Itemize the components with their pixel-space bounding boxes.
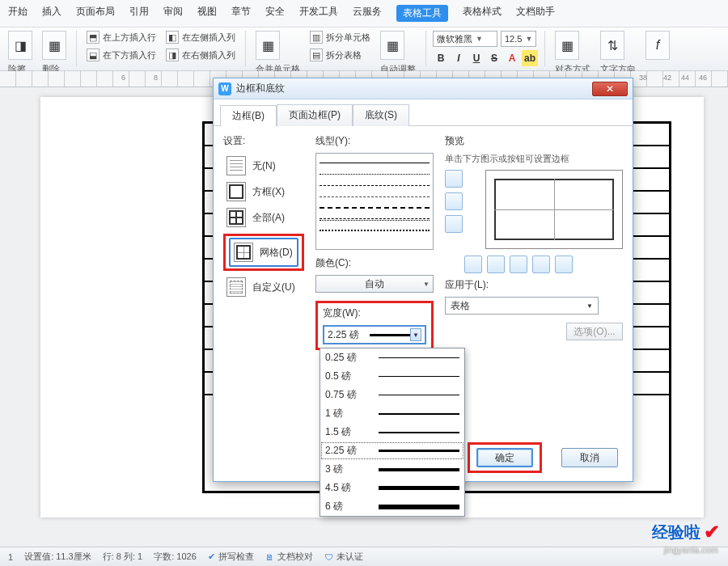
- apply-to-combo[interactable]: 表格▼: [445, 297, 599, 315]
- setting-box[interactable]: 方框(X): [223, 179, 304, 205]
- close-button[interactable]: ✕: [592, 82, 628, 96]
- status-wordcount: 字数: 1026: [154, 551, 197, 563]
- preview-label: 预览: [445, 134, 623, 148]
- menu-doc-assist[interactable]: 文档助手: [516, 5, 555, 22]
- formula-icon[interactable]: f: [645, 31, 670, 60]
- edge-top-button[interactable]: [445, 170, 463, 188]
- edge-diag1-button[interactable]: [464, 256, 482, 273]
- edge-left-button[interactable]: [487, 256, 505, 273]
- split-cell-icon: ▥: [310, 31, 323, 44]
- width-preview-line: [370, 334, 410, 336]
- setting-none[interactable]: 无(N): [223, 153, 304, 179]
- split-table-icon: ▤: [310, 49, 323, 61]
- all-icon: [226, 208, 246, 227]
- status-spellcheck[interactable]: ✔拼写检查: [208, 551, 254, 563]
- edge-diag2-button[interactable]: [555, 256, 573, 273]
- font-size-combo[interactable]: 12.5▼: [501, 31, 536, 47]
- edge-bottom-button[interactable]: [445, 215, 463, 233]
- eraser-icon[interactable]: ◨: [8, 31, 32, 60]
- shield-icon: 🛡: [324, 552, 333, 562]
- width-option[interactable]: 0.5 磅: [320, 367, 464, 386]
- border-preview[interactable]: [485, 170, 623, 249]
- line-style-list[interactable]: [315, 153, 434, 250]
- menu-reference[interactable]: 引用: [129, 5, 149, 22]
- insert-row-above[interactable]: ⬒在上方插入行: [87, 31, 156, 44]
- dialog-titlebar[interactable]: W 边框和底纹 ✕: [214, 78, 633, 99]
- text-direction-icon[interactable]: ⇅: [600, 31, 624, 60]
- edge-vinner-button[interactable]: [510, 256, 527, 273]
- row-above-icon: ⬒: [87, 31, 99, 44]
- width-option[interactable]: 1 磅: [320, 404, 464, 423]
- align-icon[interactable]: ▦: [555, 31, 579, 60]
- status-rowcol: 行: 8 列: 1: [103, 551, 143, 563]
- col-left-icon: ◧: [166, 31, 179, 44]
- width-option[interactable]: 4.5 磅: [320, 479, 464, 497]
- menu-review[interactable]: 审阅: [163, 5, 183, 22]
- none-icon: [226, 156, 246, 175]
- ok-button[interactable]: 确定: [476, 448, 533, 467]
- autofit-icon[interactable]: ▦: [380, 31, 404, 60]
- font-name-combo[interactable]: 微软雅黑▼: [433, 31, 497, 47]
- doc-icon: 🗎: [265, 552, 274, 562]
- width-option[interactable]: 0.25 磅: [320, 348, 464, 367]
- strike-button[interactable]: S: [486, 50, 502, 66]
- menu-start[interactable]: 开始: [8, 5, 28, 22]
- menu-table-style[interactable]: 表格样式: [463, 5, 502, 22]
- italic-button[interactable]: I: [451, 50, 467, 66]
- width-option[interactable]: 6 磅: [320, 497, 464, 516]
- setting-custom[interactable]: 自定义(U): [223, 274, 304, 300]
- merge-cells-icon[interactable]: ▦: [256, 31, 280, 60]
- delete-icon[interactable]: ▦: [42, 31, 66, 60]
- width-dropdown-list[interactable]: 0.25 磅 0.5 磅 0.75 磅 1 磅 1.5 磅 2.25 磅 3 磅…: [320, 348, 465, 517]
- tab-page-border[interactable]: 页面边框(P): [277, 104, 353, 126]
- setting-grid[interactable]: 网格(D): [229, 238, 298, 267]
- check-icon: ✔: [704, 521, 720, 543]
- width-option-selected[interactable]: 2.25 磅: [320, 441, 464, 460]
- width-option[interactable]: 1.5 磅: [320, 423, 464, 441]
- status-bar: 1 设置值: 11.3厘米 行: 8 列: 1 字数: 1026 ✔拼写检查 🗎…: [0, 547, 728, 566]
- underline-button[interactable]: U: [468, 50, 485, 66]
- menu-insert[interactable]: 插入: [42, 5, 61, 22]
- width-option[interactable]: 0.75 磅: [320, 386, 464, 404]
- menu-section[interactable]: 章节: [231, 5, 251, 22]
- color-label: 颜色(C):: [315, 256, 434, 270]
- split-table[interactable]: ▤拆分表格: [310, 49, 370, 61]
- status-proof[interactable]: 🗎文档校对: [265, 551, 313, 563]
- color-combo[interactable]: 自动▼: [315, 275, 434, 293]
- chevron-down-icon: ▼: [410, 328, 421, 341]
- dialog-title: 边框和底纹: [236, 82, 587, 95]
- font-color-button[interactable]: A: [504, 50, 520, 66]
- setting-all[interactable]: 全部(A): [223, 205, 304, 230]
- insert-col-left[interactable]: ◧在左侧插入列: [166, 31, 235, 44]
- grid-icon: [234, 243, 253, 262]
- setting-label: 设置:: [223, 134, 304, 148]
- watermark: 经验啦✔: [652, 521, 720, 543]
- menu-cloud[interactable]: 云服务: [353, 5, 382, 22]
- tab-border[interactable]: 边框(B): [220, 105, 277, 127]
- menu-view[interactable]: 视图: [197, 5, 217, 22]
- preview-hint: 单击下方图示或按钮可设置边框: [445, 153, 623, 165]
- style-label: 线型(Y):: [315, 134, 434, 148]
- insert-row-below[interactable]: ⬓在下方插入行: [87, 49, 156, 61]
- width-combo[interactable]: 2.25 磅 ▼: [323, 325, 426, 344]
- col-right-icon: ◨: [166, 49, 179, 61]
- tab-shading[interactable]: 底纹(S): [353, 104, 409, 126]
- menu-devtools[interactable]: 开发工具: [299, 5, 338, 22]
- menu-table-tools[interactable]: 表格工具: [396, 5, 448, 22]
- cancel-button[interactable]: 取消: [561, 448, 618, 467]
- menubar: 开始 插入 页面布局 引用 审阅 视图 章节 安全 开发工具 云服务 表格工具 …: [0, 0, 728, 27]
- edge-right-button[interactable]: [532, 256, 550, 273]
- status-setval: 设置值: 11.3厘米: [24, 551, 91, 563]
- menu-pagelayout[interactable]: 页面布局: [76, 5, 115, 22]
- watermark-url: jingyanla.com: [664, 545, 718, 555]
- edge-hinner-button[interactable]: [445, 192, 463, 210]
- split-cell[interactable]: ▥拆分单元格: [310, 31, 370, 44]
- bold-button[interactable]: B: [433, 50, 449, 66]
- menu-security[interactable]: 安全: [265, 5, 285, 22]
- insert-col-right[interactable]: ◨在右侧插入列: [166, 49, 235, 61]
- width-option[interactable]: 3 磅: [320, 460, 464, 479]
- status-auth[interactable]: 🛡未认证: [324, 551, 363, 563]
- highlight-button[interactable]: ab: [522, 50, 538, 66]
- row-below-icon: ⬓: [87, 49, 99, 61]
- apply-label: 应用于(L):: [445, 278, 623, 292]
